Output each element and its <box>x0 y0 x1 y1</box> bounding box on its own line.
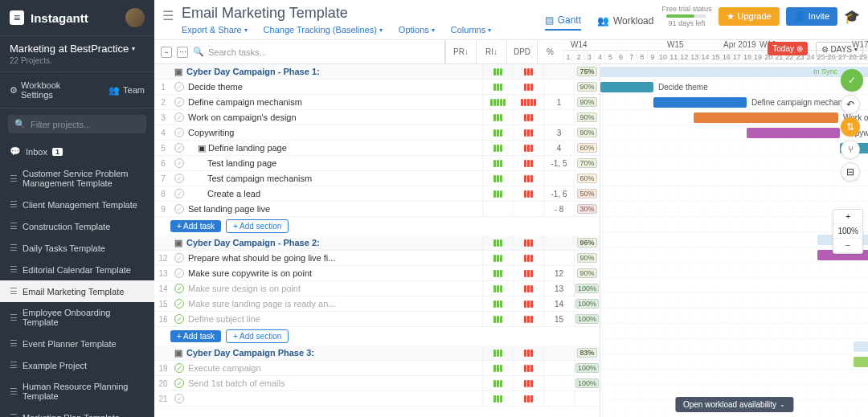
task-row[interactable]: 4✓Copywriting390% <box>154 125 600 141</box>
expand-all-button[interactable]: ⋯ <box>177 47 188 58</box>
task-row[interactable]: 9✓Set landing page live- 830% <box>154 202 600 217</box>
add-task-button[interactable]: + Add task <box>170 330 221 342</box>
gantt-bar[interactable]: Execute camp <box>854 357 868 367</box>
gantt-icon: ▤ <box>545 14 554 26</box>
task-row[interactable]: 13✓Make sure copywrite is on point1290% <box>154 266 600 281</box>
section-row[interactable]: ▣Cyber Day Campaign - Phase 2:96% <box>154 235 600 251</box>
header-menu-item[interactable]: Change Tracking (Baselines) ▾ <box>264 25 383 35</box>
workload-toggle[interactable]: Open workload availability⌄ <box>675 397 793 412</box>
filter-projects-input[interactable]: 🔍 Filter projects... <box>8 115 146 133</box>
task-row[interactable]: 20✓Send 1st batch of emails100% <box>154 376 600 391</box>
header-menu-item[interactable]: Columns ▾ <box>451 25 491 35</box>
zoom-out-button[interactable]: − <box>833 239 862 253</box>
task-checkbox[interactable]: ✓ <box>172 204 186 214</box>
zoom-in-button[interactable]: + <box>833 210 862 224</box>
task-checkbox[interactable]: ✓ <box>172 128 186 137</box>
page-title: Email Marketing Template <box>182 5 537 22</box>
task-row[interactable]: 6✓Test landing page-1, 570% <box>154 156 600 171</box>
task-checkbox[interactable]: ✓ <box>172 253 186 263</box>
add-section-button[interactable]: + Add section <box>226 329 289 343</box>
sort-button[interactable]: ⇅ <box>841 117 860 137</box>
task-checkbox[interactable]: ✓ <box>172 363 186 373</box>
task-checkbox[interactable]: ✓ <box>172 284 186 293</box>
graduation-icon[interactable]: 🎓 <box>844 9 860 24</box>
project-item[interactable]: ☰Human Resource Planning Template <box>0 376 154 407</box>
collapse-all-button[interactable]: − <box>161 47 172 58</box>
project-item[interactable]: ☰Event Planner Template <box>0 333 154 354</box>
task-checkbox[interactable]: ✓ <box>172 158 186 168</box>
collapse-icon[interactable]: ▣ <box>172 238 185 248</box>
undo-button[interactable]: ↶ <box>841 95 860 114</box>
task-row[interactable]: 19✓Execute campaign100% <box>154 361 600 376</box>
gantt-chart[interactable]: Cyber Day Campaign - PhDecide themeDefin… <box>600 64 868 417</box>
task-row[interactable]: 3✓Work on campaign's design90% <box>154 110 600 125</box>
task-checkbox[interactable]: ✓ <box>172 378 186 388</box>
project-item[interactable]: ☰Construction Template <box>0 215 154 237</box>
project-item[interactable]: ☰Email Marketing Template <box>0 280 154 302</box>
gantt-bar[interactable] <box>854 341 868 352</box>
col-header-pr[interactable]: PR ↓ <box>445 40 476 63</box>
list-icon: ☰ <box>10 286 18 296</box>
task-checkbox[interactable]: ✓ <box>172 97 186 107</box>
invite-button[interactable]: 👤Invite <box>786 7 837 26</box>
task-row[interactable]: 1✓Decide theme90% <box>154 80 600 95</box>
header-menu-item[interactable]: Export & Share ▾ <box>182 25 248 35</box>
inbox-link[interactable]: 💬 Inbox 1 <box>0 140 154 163</box>
task-checkbox[interactable]: ✓ <box>172 394 186 403</box>
task-row[interactable]: 14✓Make sure design is on point13100% <box>154 281 600 296</box>
view-gantt[interactable]: ▤Gantt <box>545 11 581 31</box>
col-header-pct[interactable]: % <box>537 40 563 63</box>
gantt-bar[interactable]: Decide theme <box>600 82 653 92</box>
team-link[interactable]: 👥Team <box>108 85 145 96</box>
list-icon: ☰ <box>10 199 18 210</box>
add-section-button[interactable]: + Add section <box>226 219 289 233</box>
task-row[interactable]: 8✓Create a lead-1, 650% <box>154 186 600 202</box>
task-checkbox[interactable]: ✓ <box>172 82 186 92</box>
upgrade-button[interactable]: ★Upgrade <box>719 7 780 26</box>
workbook-settings-link[interactable]: ⚙Workbook Settings <box>10 80 94 100</box>
task-checkbox[interactable]: ✓ <box>172 189 186 198</box>
task-row[interactable]: 21✓ <box>154 391 600 407</box>
more-button[interactable]: ⊟ <box>841 162 860 182</box>
today-button[interactable]: Today⊕ <box>768 42 808 55</box>
project-item[interactable]: ☰Client Management Template <box>0 194 154 215</box>
project-item[interactable]: ☰Editorial Calendar Template <box>0 259 154 280</box>
task-row[interactable]: 5✓▣Define landing page460% <box>154 141 600 156</box>
project-item[interactable]: ☰Employee Onboarding Template <box>0 302 154 333</box>
add-task-button[interactable]: + Add task <box>170 220 221 232</box>
collapse-icon[interactable]: ▣ <box>172 348 185 358</box>
task-checkbox[interactable]: ✓ <box>172 314 186 324</box>
col-header-ri[interactable]: RI ↓ <box>476 40 506 63</box>
project-item[interactable]: ☰Marketing Plan Template <box>0 407 154 417</box>
task-checkbox[interactable]: ✓ <box>172 143 186 153</box>
collapse-icon[interactable]: ▣ <box>172 67 185 77</box>
task-row[interactable]: 12✓Prepare what should be going live fi.… <box>154 251 600 266</box>
gantt-bar[interactable]: Work on campaign's design <box>694 112 838 123</box>
view-workload[interactable]: 👥Workload <box>597 12 653 30</box>
task-row[interactable]: 7✓Test campaign mechanism60% <box>154 171 600 186</box>
search-input[interactable]: 🔍Search tasks... <box>193 47 438 57</box>
task-name: Make sure design is on point <box>186 284 482 293</box>
workspace-selector[interactable]: Marketing at BestPractice▾ 22 Projects. <box>0 36 154 72</box>
task-checkbox[interactable]: ✓ <box>172 112 186 122</box>
header-menu-item[interactable]: Options ▾ <box>399 25 435 35</box>
project-item[interactable]: ☰Customer Service Problem Management Tem… <box>0 163 154 194</box>
project-item[interactable]: ☰Daily Tasks Template <box>0 237 154 259</box>
gantt-bar[interactable]: Copywriting <box>747 128 840 138</box>
avatar[interactable] <box>125 8 145 27</box>
check-button[interactable]: ✓ <box>841 69 863 92</box>
task-row[interactable]: 16✓Define subject line15100% <box>154 312 600 327</box>
col-header-dpd[interactable]: DPD <box>506 40 537 63</box>
task-checkbox[interactable]: ✓ <box>172 174 186 183</box>
gantt-bar[interactable]: Define campaign mechanism <box>653 97 747 108</box>
branch-button[interactable]: ⑂ <box>841 140 860 159</box>
menu-toggle-icon[interactable]: ☰ <box>162 8 174 23</box>
task-row[interactable]: 2✓Define campaign mechanism190% <box>154 95 600 110</box>
task-row[interactable]: 15✓Make sure landing page is ready an...… <box>154 296 600 312</box>
project-item[interactable]: ☰Example Project <box>0 354 154 376</box>
section-row[interactable]: ▣Cyber Day Campaign - Phase 1:75% <box>154 64 600 80</box>
scale-button[interactable]: ⚙DAYS▾ <box>816 42 864 57</box>
section-row[interactable]: ▣Cyber Day Campaign Phase 3:83% <box>154 345 600 361</box>
task-checkbox[interactable]: ✓ <box>172 268 186 278</box>
task-checkbox[interactable]: ✓ <box>172 299 186 309</box>
